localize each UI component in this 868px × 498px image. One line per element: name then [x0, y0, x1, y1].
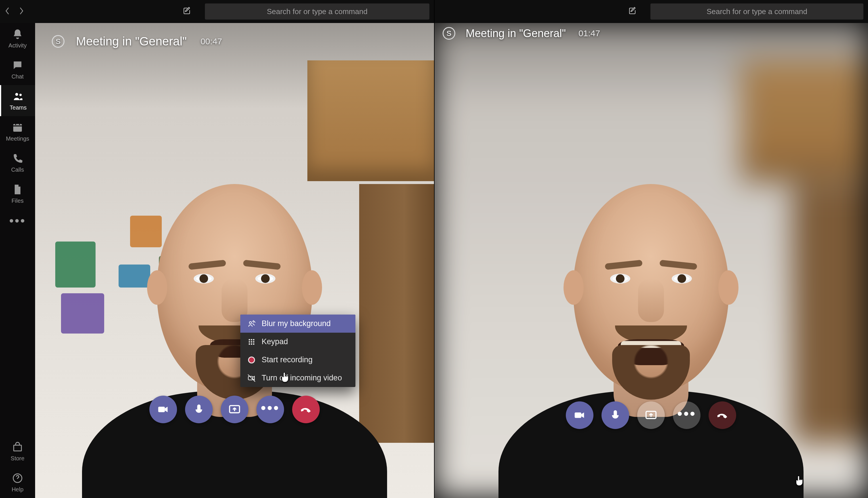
title-bar: Search for or type a command — [434, 0, 868, 23]
meeting-source-icon: S — [443, 27, 455, 40]
camera-toggle-button[interactable] — [566, 402, 593, 429]
svg-point-13 — [251, 343, 252, 345]
svg-rect-16 — [158, 407, 165, 412]
meeting-timer: 01:47 — [578, 28, 600, 38]
search-input[interactable]: Search for or type a command — [650, 3, 864, 19]
participant-video — [91, 109, 379, 498]
sidebar-item-files[interactable]: Files — [0, 178, 35, 209]
sidebar-label: Meetings — [6, 135, 29, 142]
svg-point-0 — [15, 93, 18, 96]
svg-point-8 — [253, 339, 254, 340]
more-actions-button[interactable]: ••• — [256, 396, 284, 423]
menu-blur-background[interactable]: Blur my background — [240, 315, 355, 333]
video-stage-right: S Meeting in "General" 01:47 ••• — [434, 23, 868, 498]
more-actions-menu: Blur my background Keypad Start recordin… — [240, 315, 355, 387]
svg-point-7 — [251, 339, 252, 340]
menu-start-recording[interactable]: Start recording — [240, 351, 355, 369]
sidebar-label: Help — [12, 486, 23, 493]
sidebar-item-calls[interactable]: Calls — [0, 147, 35, 178]
hang-up-button[interactable] — [709, 402, 736, 429]
right-window: Search for or type a command — [434, 0, 868, 498]
sidebar-item-chat[interactable]: Chat — [0, 54, 35, 85]
menu-turn-off-incoming-video[interactable]: Turn off incoming video — [240, 369, 355, 387]
svg-point-5 — [250, 322, 252, 324]
meeting-source-icon: S — [52, 35, 64, 48]
sidebar-item-teams[interactable]: Teams — [0, 85, 35, 116]
left-window: Search for or type a command Activity Ch… — [0, 0, 434, 498]
svg-rect-3 — [14, 445, 22, 451]
sidebar-label: Activity — [8, 42, 26, 49]
keypad-icon — [247, 338, 256, 346]
call-controls: ••• — [566, 402, 736, 429]
meeting-header: S Meeting in "General" 00:47 — [52, 35, 222, 48]
menu-keypad[interactable]: Keypad — [240, 333, 355, 351]
participant-video — [507, 109, 795, 498]
sidebar-item-store[interactable]: Store — [0, 436, 35, 467]
nav-forward-icon[interactable] — [18, 6, 24, 17]
mic-toggle-button[interactable] — [601, 402, 629, 429]
nav-back-icon[interactable] — [4, 6, 10, 17]
sidebar-item-help[interactable]: Help — [0, 467, 35, 498]
share-screen-button[interactable] — [221, 396, 248, 423]
share-screen-button[interactable] — [637, 402, 665, 429]
menu-label: Turn off incoming video — [261, 374, 342, 382]
meeting-title: Meeting in "General" — [465, 27, 566, 40]
svg-point-11 — [253, 341, 254, 342]
svg-rect-19 — [575, 412, 582, 418]
compose-icon[interactable] — [628, 6, 637, 16]
svg-point-12 — [248, 343, 250, 345]
record-icon — [247, 356, 256, 364]
menu-label: Start recording — [261, 355, 312, 364]
svg-point-14 — [253, 343, 254, 345]
svg-point-10 — [251, 341, 252, 342]
sidebar-label: Chat — [12, 73, 24, 80]
blur-icon — [247, 319, 256, 328]
video-stage-left: S Meeting in "General" 00:47 Blur my bac… — [35, 23, 434, 498]
title-bar: Search for or type a command — [0, 0, 434, 23]
meeting-timer: 00:47 — [201, 37, 222, 46]
svg-point-6 — [248, 339, 250, 340]
sidebar-label: Files — [12, 198, 24, 204]
svg-point-1 — [19, 94, 22, 96]
sidebar-item-meetings[interactable]: Meetings — [0, 116, 35, 147]
meeting-header: S Meeting in "General" 01:47 — [443, 27, 600, 40]
svg-rect-2 — [13, 124, 22, 132]
sidebar-label: Store — [11, 455, 24, 462]
camera-toggle-button[interactable] — [149, 396, 177, 423]
menu-label: Keypad — [261, 337, 288, 346]
sidebar-more-icon[interactable]: ••• — [0, 209, 35, 232]
menu-label: Blur my background — [261, 319, 331, 328]
video-off-icon — [247, 374, 256, 382]
svg-point-9 — [248, 341, 250, 342]
hang-up-button[interactable] — [292, 396, 320, 423]
compose-icon[interactable] — [182, 6, 191, 16]
call-controls: ••• — [149, 396, 320, 423]
app-rail: Activity Chat Teams Meetings Calls — [0, 23, 35, 498]
mic-toggle-button[interactable] — [185, 396, 213, 423]
meeting-title: Meeting in "General" — [76, 35, 187, 48]
search-input[interactable]: Search for or type a command — [205, 3, 430, 19]
more-actions-button[interactable]: ••• — [673, 402, 701, 429]
sidebar-label: Teams — [10, 104, 27, 111]
sidebar-item-activity[interactable]: Activity — [0, 23, 35, 54]
sidebar-label: Calls — [11, 167, 24, 173]
